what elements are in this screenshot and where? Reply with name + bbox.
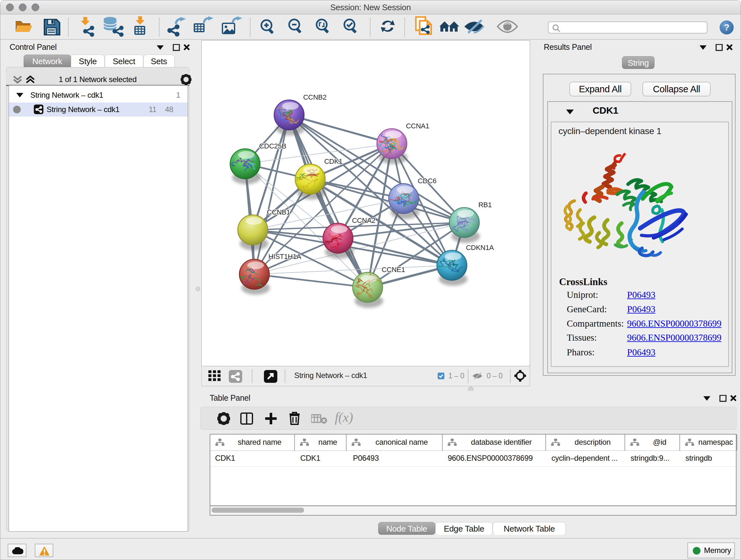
svg-text:RB1: RB1 [478,201,492,209]
svg-text:CDK1: CDK1 [324,158,343,165]
svg-text:CCNB1: CCNB1 [267,208,290,216]
svg-text:CDKN1A: CDKN1A [466,244,494,252]
svg-text:CCNE1: CCNE1 [382,266,405,273]
svg-text:HIST1H1A: HIST1H1A [268,253,301,260]
svg-text:CDC25B: CDC25B [259,142,286,150]
svg-text:CCNA2: CCNA2 [352,216,375,225]
svg-text:CCNA1: CCNA1 [406,122,429,130]
svg-text:CCNB2: CCNB2 [303,93,327,101]
svg-text:CDC6: CDC6 [418,177,436,185]
